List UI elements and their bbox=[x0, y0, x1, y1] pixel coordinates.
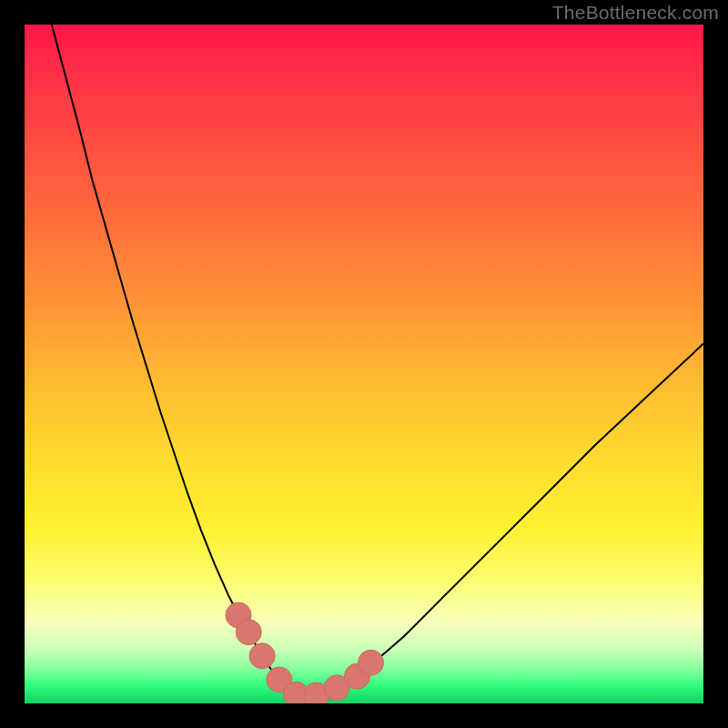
chart-frame: TheBottleneck.com bbox=[0, 0, 728, 728]
pink-blob-knee-left bbox=[249, 643, 275, 669]
curve-layer bbox=[25, 25, 703, 703]
marker-group bbox=[226, 602, 384, 703]
plot-area bbox=[25, 25, 703, 703]
watermark-text: TheBottleneck.com bbox=[552, 2, 719, 24]
pink-blob-right-upper bbox=[359, 650, 384, 675]
bottleneck-curve bbox=[52, 25, 703, 697]
pink-blob-left-lower bbox=[236, 620, 261, 645]
